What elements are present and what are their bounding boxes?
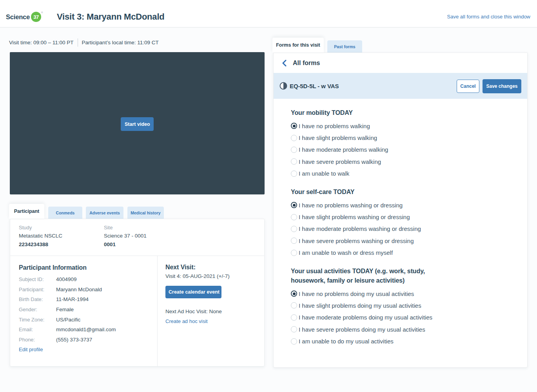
radio-option-label: I have moderate problems washing or dres… xyxy=(299,225,421,232)
field-label: Phone: xyxy=(19,337,56,343)
next-visit-column: Next Visit: Visit 4: 05-AUG-2021 (+/-7) … xyxy=(165,256,265,324)
question-section-self-care: Your self-care TODAY I have no problems … xyxy=(291,187,512,259)
radio-button-icon[interactable] xyxy=(291,123,297,129)
registered-trademark-icon: ® xyxy=(41,11,43,14)
radio-option-selected[interactable]: I have no problems washing or dressing xyxy=(291,199,512,211)
radio-button-icon[interactable] xyxy=(291,326,297,332)
form-title: EQ-5D-5L - w VAS xyxy=(290,73,339,99)
radio-button-icon[interactable] xyxy=(291,202,297,208)
visit-time-divider xyxy=(78,38,78,47)
tab-past-forms[interactable]: Past forms xyxy=(327,40,362,53)
radio-option[interactable]: I have slight problems walking xyxy=(291,132,512,143)
radio-option[interactable]: I have severe problems doing my usual ac… xyxy=(291,323,512,335)
all-forms-label[interactable]: All forms xyxy=(293,53,320,73)
tab-forms-for-this-visit[interactable]: Forms for this visit xyxy=(272,38,324,53)
cancel-button[interactable]: Cancel xyxy=(457,80,479,93)
participant-field-row: Phone:(555) 373-3737 xyxy=(19,335,116,345)
option-list: I have no problems doing my usual activi… xyxy=(291,288,512,347)
radio-button-icon[interactable] xyxy=(291,302,297,309)
field-label: Subject ID: xyxy=(19,276,56,282)
radio-option[interactable]: I have moderate problems washing or dres… xyxy=(291,223,512,235)
site-column: Site Science 37 - 0001 0001 xyxy=(104,225,147,247)
option-list: I have no problems washing or dressingI … xyxy=(291,199,512,259)
back-chevron-icon[interactable] xyxy=(280,53,288,73)
participant-fields: Subject ID:4004909Participant:Maryann Mc… xyxy=(19,274,116,345)
radio-button-icon[interactable] xyxy=(291,226,297,232)
radio-button-icon[interactable] xyxy=(291,158,297,165)
field-label: Birth Date: xyxy=(19,296,56,302)
participant-field-row: Gender:Female xyxy=(19,305,116,315)
radio-option[interactable]: I have severe problems walking xyxy=(291,156,512,167)
start-video-button[interactable]: Start video xyxy=(121,117,154,131)
radio-option[interactable]: I have slight problems washing or dressi… xyxy=(291,211,512,223)
save-all-forms-link[interactable]: Save all forms and close this window xyxy=(447,3,530,30)
tab-medical-history[interactable]: Medical history xyxy=(127,207,164,219)
form-body: Your mobility TODAY I have no problems w… xyxy=(274,99,527,347)
radio-option-label: I have no problems washing or dressing xyxy=(299,202,403,209)
video-area: Start video xyxy=(10,52,265,194)
study-id: 2234234388 xyxy=(19,241,62,247)
radio-button-icon[interactable] xyxy=(291,314,297,321)
logo-wordmark: Science xyxy=(6,13,30,21)
radio-button-icon[interactable] xyxy=(291,238,297,244)
create-calendar-event-button[interactable]: Create calendar event xyxy=(165,286,221,298)
site-name: Science 37 - 0001 xyxy=(104,233,147,239)
radio-button-icon[interactable] xyxy=(291,338,297,345)
question-heading: Your usual activities TODAY (e.g. work, … xyxy=(291,267,432,285)
radio-option-label: I am unable to wash or dress myself xyxy=(299,249,393,256)
next-ad-hoc-text: Next Ad Hoc Visit: None xyxy=(165,309,265,314)
radio-button-icon[interactable] xyxy=(291,290,297,297)
half-filled-circle-icon xyxy=(279,82,287,90)
radio-option-label: I have moderate problems walking xyxy=(299,146,388,153)
radio-button-icon[interactable] xyxy=(291,135,297,141)
create-ad-hoc-visit-link[interactable]: Create ad hoc visit xyxy=(165,318,265,324)
visit-time-text: Visit time: 09:00 – 11:00 PT xyxy=(9,40,74,45)
radio-option-label: I have severe problems washing or dressi… xyxy=(299,238,414,244)
question-heading: Your self-care TODAY xyxy=(291,187,432,197)
logo-37-badge: 37 xyxy=(31,12,41,22)
radio-option-label: I have slight problems doing my usual ac… xyxy=(299,302,421,309)
site-id: 0001 xyxy=(104,241,147,247)
radio-button-icon[interactable] xyxy=(291,171,297,177)
save-changes-button[interactable]: Save changes xyxy=(483,79,521,93)
field-value: mmcdonald1@gmail.com xyxy=(56,327,116,332)
app-header: Science 37 ® Visit 3: Maryann McDonald S… xyxy=(0,0,537,27)
visit-time-bar: Visit time: 09:00 – 11:00 PT Participant… xyxy=(9,38,159,47)
next-visit-heading: Next Visit: xyxy=(165,264,265,271)
radio-option-label: I am unable to walk xyxy=(299,170,349,177)
next-visit-detail: Visit 4: 05-AUG-2021 (+/-7) xyxy=(165,273,265,279)
radio-button-icon[interactable] xyxy=(291,250,297,256)
radio-option[interactable]: I have moderate problems walking xyxy=(291,144,512,156)
form-header-band: EQ-5D-5L - w VAS Cancel Save changes xyxy=(274,73,527,99)
form-actions: Cancel Save changes xyxy=(457,79,521,93)
radio-option[interactable]: I have moderate problems doing my usual … xyxy=(291,312,512,323)
field-label: Email: xyxy=(19,327,56,332)
edit-profile-link[interactable]: Edit profile xyxy=(19,347,43,352)
radio-option-label: I have severe problems walking xyxy=(299,158,381,165)
radio-option[interactable]: I have severe problems washing or dressi… xyxy=(291,235,512,247)
tab-conmeds[interactable]: Conmeds xyxy=(48,207,82,219)
study-site-section: Study Metastatic NSCLC 2234234388 Site S… xyxy=(10,219,264,256)
option-list: I have no problems walkingI have slight … xyxy=(291,120,512,180)
radio-button-icon[interactable] xyxy=(291,214,297,220)
card-vertical-divider xyxy=(157,256,158,367)
page-title: Visit 3: Maryann McDonald xyxy=(57,3,165,31)
radio-option[interactable]: I have slight problems doing my usual ac… xyxy=(291,299,512,311)
radio-option[interactable]: I am unable to wash or dress myself xyxy=(291,247,512,259)
field-value: 4004909 xyxy=(56,276,77,282)
site-label: Site xyxy=(104,225,147,230)
field-value: 11-MAR-1994 xyxy=(56,296,89,302)
science37-logo: Science 37 ® xyxy=(6,3,43,31)
radio-button-icon[interactable] xyxy=(291,147,297,153)
radio-option-label: I have slight problems washing or dressi… xyxy=(299,214,410,220)
radio-option-selected[interactable]: I have no problems walking xyxy=(291,120,512,132)
radio-option[interactable]: I am unable to do my usual activities xyxy=(291,335,512,347)
participant-card: Study Metastatic NSCLC 2234234388 Site S… xyxy=(10,219,265,367)
tab-adverse-events[interactable]: Adverse events xyxy=(86,207,123,219)
question-section-mobility: Your mobility TODAY I have no problems w… xyxy=(291,108,512,180)
radio-option[interactable]: I am unable to walk xyxy=(291,168,512,180)
tab-participant[interactable]: Participant xyxy=(9,204,44,219)
participant-field-row: Subject ID:4004909 xyxy=(19,274,116,285)
field-value: Maryann McDonald xyxy=(56,287,102,292)
radio-option-selected[interactable]: I have no problems doing my usual activi… xyxy=(291,288,512,299)
